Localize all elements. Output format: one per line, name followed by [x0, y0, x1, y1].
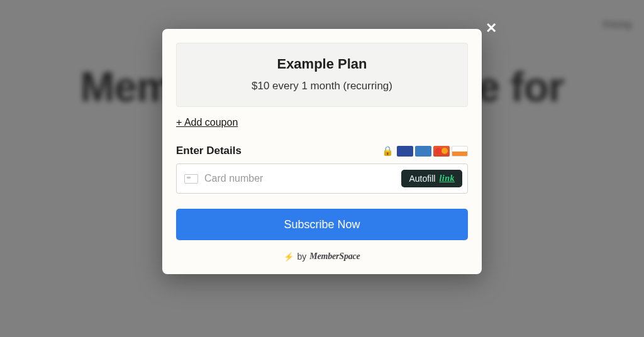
- link-brand-icon: link: [439, 174, 455, 184]
- plan-price: $10 every 1 month (recurring): [187, 80, 457, 92]
- add-coupon-link[interactable]: + Add coupon: [176, 117, 238, 128]
- autofill-label: Autofill: [409, 174, 435, 184]
- close-icon[interactable]: ✕: [483, 19, 499, 38]
- card-input-row: Autofill link: [176, 163, 468, 194]
- plan-summary: Example Plan $10 every 1 month (recurrin…: [176, 43, 468, 107]
- lock-icon: 🔒: [382, 145, 394, 157]
- modal-container: ✕ Example Plan $10 every 1 month (recurr…: [0, 0, 644, 337]
- plan-name: Example Plan: [187, 56, 457, 72]
- bolt-icon: ⚡: [284, 252, 294, 262]
- card-icon: [184, 174, 198, 184]
- autofill-link-button[interactable]: Autofill link: [401, 170, 462, 187]
- amex-icon: [415, 146, 431, 157]
- card-number-input[interactable]: [204, 173, 401, 184]
- checkout-modal: Example Plan $10 every 1 month (recurrin…: [162, 29, 482, 274]
- discover-icon: [452, 146, 468, 157]
- visa-icon: [397, 146, 413, 157]
- details-header: Enter Details 🔒: [176, 145, 468, 157]
- powered-by: ⚡ by MemberSpace: [176, 251, 468, 262]
- card-brand-logos: 🔒: [382, 145, 468, 157]
- subscribe-button[interactable]: Subscribe Now: [176, 209, 468, 240]
- details-label: Enter Details: [176, 145, 242, 157]
- powered-by-prefix: by: [297, 251, 306, 262]
- memberspace-brand: MemberSpace: [309, 251, 360, 262]
- mastercard-icon: [433, 146, 450, 157]
